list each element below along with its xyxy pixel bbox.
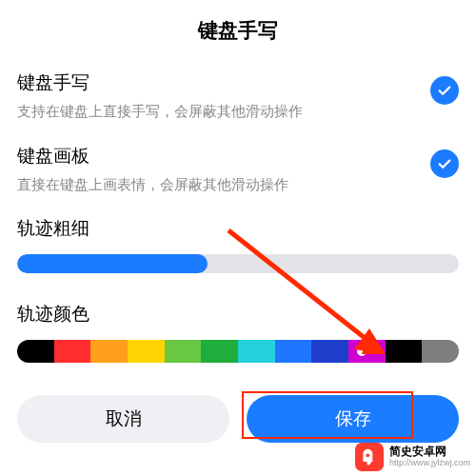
color-swatch[interactable] [275, 340, 312, 363]
thickness-slider-wrap [0, 254, 476, 296]
color-swatch[interactable] [201, 340, 238, 363]
handwrite-toggle[interactable] [430, 76, 459, 105]
section-drawboard: 键盘画板 直接在键盘上画表情，会屏蔽其他滑动操作 [0, 138, 476, 211]
drawboard-label: 键盘画板 [17, 144, 430, 169]
color-swatch[interactable] [386, 340, 423, 363]
color-swatch[interactable] [165, 340, 202, 363]
watermark: 简史安卓网 http://www.jylzwj.com [355, 443, 470, 471]
drawboard-toggle[interactable] [430, 149, 459, 178]
svg-point-3 [366, 453, 369, 457]
check-icon [436, 82, 453, 99]
watermark-url: http://www.jylzwj.com [389, 459, 470, 468]
save-button[interactable]: 保存 [247, 395, 459, 443]
color-bar[interactable] [17, 340, 459, 363]
cancel-button[interactable]: 取消 [17, 395, 229, 443]
thickness-slider[interactable] [17, 254, 459, 273]
handwrite-desc: 支持在键盘上直接手写，会屏蔽其他滑动操作 [17, 101, 430, 123]
drawboard-desc: 直接在键盘上画表情，会屏蔽其他滑动操作 [17, 174, 430, 196]
color-swatch[interactable] [311, 340, 348, 363]
thickness-fill [17, 254, 208, 273]
color-swatch[interactable] [128, 340, 165, 363]
button-row: 取消 保存 [0, 386, 476, 443]
color-swatch[interactable] [238, 340, 275, 363]
section-handwrite: 键盘手写 支持在键盘上直接手写，会屏蔽其他滑动操作 [0, 65, 476, 138]
color-swatch[interactable] [422, 340, 459, 363]
color-swatch[interactable] [90, 340, 128, 363]
color-bar-wrap [0, 340, 476, 386]
color-swatch[interactable] [54, 340, 91, 363]
color-slider-handle[interactable] [348, 340, 375, 363]
color-label: 轨迹颜色 [0, 296, 476, 340]
handwrite-label: 键盘手写 [17, 70, 430, 95]
watermark-badge-icon [355, 443, 384, 471]
page-title: 键盘手写 [0, 0, 476, 65]
check-icon [436, 155, 453, 172]
watermark-name: 简史安卓网 [389, 446, 470, 458]
color-swatch[interactable] [17, 340, 54, 363]
thickness-label: 轨迹粗细 [0, 210, 476, 254]
